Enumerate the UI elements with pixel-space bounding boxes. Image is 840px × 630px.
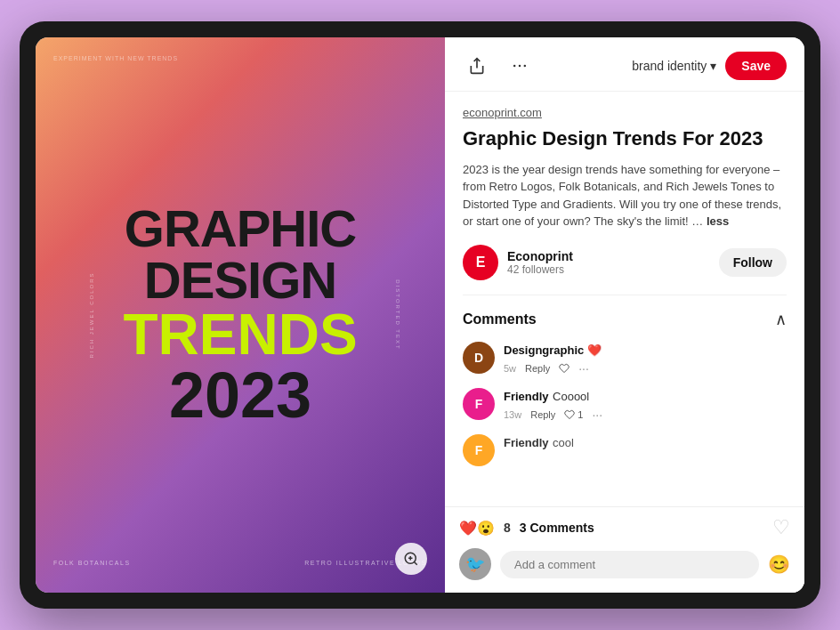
brand-dropdown[interactable]: brand identity ▾ bbox=[632, 59, 716, 73]
tablet-frame: EXPERIMENT WITH NEW TRENDS RICH JEWEL CO… bbox=[20, 21, 820, 609]
tablet-screen: EXPERIMENT WITH NEW TRENDS RICH JEWEL CO… bbox=[36, 37, 804, 593]
creator-avatar: E bbox=[463, 245, 498, 280]
creator-details: Econoprint 42 followers bbox=[507, 249, 573, 276]
collapse-comments-button[interactable]: ∧ bbox=[775, 310, 787, 329]
pin-image-panel: EXPERIMENT WITH NEW TRENDS RICH JEWEL CO… bbox=[36, 37, 445, 593]
comment-actions-2: 13w Reply 1 ··· bbox=[504, 408, 787, 422]
comment-reply-button-1[interactable]: Reply bbox=[525, 363, 550, 374]
comment-more-button-1[interactable]: ··· bbox=[578, 361, 589, 376]
svg-point-7 bbox=[524, 65, 527, 68]
creator-row: E Econoprint 42 followers Follow bbox=[463, 245, 787, 295]
top-bar: brand identity ▾ Save bbox=[445, 37, 804, 92]
comment-body-3: Friendly cool bbox=[504, 434, 787, 450]
creator-name: Econoprint bbox=[507, 249, 573, 263]
comments-section-title: Comments bbox=[463, 311, 537, 327]
comment-username-1: Designgraphic ❤️ bbox=[504, 343, 602, 357]
image-title-main: GRAPHIC DESIGN bbox=[53, 203, 427, 306]
comment-item: F Friendly cool bbox=[463, 434, 787, 466]
corner-labels: EXPERIMENT WITH NEW TRENDS bbox=[53, 55, 427, 61]
comment-input[interactable] bbox=[500, 551, 759, 578]
comment-body-2: Friendly Cooool 13w Reply 1 ··· bbox=[504, 388, 787, 422]
comment-username-3: Friendly bbox=[504, 436, 549, 449]
content-area[interactable]: econoprint.com Graphic Design Trends For… bbox=[445, 92, 804, 506]
comment-item: D Designgraphic ❤️ 5w Reply ··· bbox=[463, 342, 787, 376]
comment-like-button-2[interactable]: 1 bbox=[564, 409, 583, 420]
image-title-year: 2023 bbox=[53, 363, 427, 427]
pin-title: Graphic Design Trends For 2023 bbox=[463, 126, 787, 152]
comment-time-2: 13w bbox=[504, 409, 521, 420]
comment-time-1: 5w bbox=[504, 363, 516, 374]
image-text-overlay: GRAPHIC DESIGN TRENDS 2023 bbox=[36, 185, 445, 445]
bottom-label-left: FOLK BOTANICALS bbox=[53, 560, 131, 566]
emoji-button[interactable]: 😊 bbox=[768, 553, 790, 575]
svg-point-5 bbox=[513, 65, 516, 68]
comments-section: Comments ∧ D Designgraphic ❤️ 5w Reply bbox=[463, 310, 787, 466]
top-bar-right: brand identity ▾ Save bbox=[632, 52, 787, 80]
reaction-count: 8 bbox=[504, 521, 511, 535]
right-panel: brand identity ▾ Save econoprint.com Gra… bbox=[445, 37, 804, 593]
bottom-bar: ❤️😮 8 3 Comments ♡ bbox=[445, 506, 804, 548]
creator-info: E Econoprint 42 followers bbox=[463, 245, 573, 280]
comment-more-button-2[interactable]: ··· bbox=[592, 408, 602, 422]
comment-body-1: Designgraphic ❤️ 5w Reply ··· bbox=[504, 342, 787, 376]
image-bottom-labels: FOLK BOTANICALS RETRO ILLUSTRATIVE LOGOS bbox=[53, 560, 427, 566]
pin-url[interactable]: econoprint.com bbox=[463, 106, 787, 119]
svg-line-1 bbox=[414, 561, 416, 564]
comment-item: F Friendly Cooool 13w Reply 1 bbox=[463, 388, 787, 422]
comment-avatar-3: F bbox=[463, 434, 495, 466]
comment-username-2: Friendly bbox=[504, 390, 549, 403]
heart-button[interactable]: ♡ bbox=[772, 516, 790, 539]
top-label: EXPERIMENT WITH NEW TRENDS bbox=[53, 55, 178, 61]
comment-text-2: Cooool bbox=[553, 390, 589, 403]
save-button[interactable]: Save bbox=[725, 52, 787, 80]
comment-avatar-2: F bbox=[463, 388, 495, 420]
comments-count-label: 3 Comments bbox=[520, 521, 763, 535]
creator-followers: 42 followers bbox=[507, 263, 573, 276]
comments-header: Comments ∧ bbox=[463, 310, 787, 329]
comment-input-row: 🐦 😊 bbox=[445, 548, 804, 593]
comment-reply-button-2[interactable]: Reply bbox=[530, 409, 555, 420]
current-user-avatar: 🐦 bbox=[459, 548, 491, 580]
pin-description: 2023 is the year design trends have some… bbox=[463, 161, 787, 230]
zoom-button[interactable] bbox=[395, 543, 427, 575]
comment-text-3: cool bbox=[553, 436, 574, 449]
follow-button[interactable]: Follow bbox=[719, 248, 787, 277]
comment-like-button-1[interactable] bbox=[559, 363, 569, 374]
dropdown-label: brand identity bbox=[632, 59, 707, 73]
share-button[interactable] bbox=[463, 52, 491, 80]
image-title-accent: TRENDS bbox=[53, 306, 427, 363]
reaction-emojis[interactable]: ❤️😮 bbox=[459, 520, 495, 537]
like-count-2: 1 bbox=[578, 409, 583, 420]
svg-point-6 bbox=[519, 65, 521, 68]
chevron-down-icon: ▾ bbox=[710, 59, 716, 73]
comment-avatar-1: D bbox=[463, 342, 495, 374]
more-button[interactable] bbox=[505, 52, 534, 80]
comment-actions-1: 5w Reply ··· bbox=[504, 361, 787, 376]
top-bar-left bbox=[463, 52, 534, 80]
less-link[interactable]: less bbox=[707, 214, 729, 228]
